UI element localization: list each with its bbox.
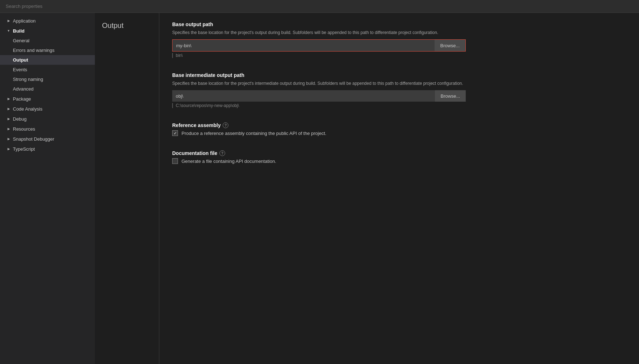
sidebar-item-label: Package [13,96,31,102]
sidebar-item-label: Strong naming [13,77,43,82]
chevron-right-icon [6,136,11,142]
documentation-file-help-icon[interactable]: ? [219,150,225,156]
documentation-file-section: Documentation file ? Generate a file con… [172,150,626,164]
reference-assembly-help-icon[interactable]: ? [223,122,228,128]
base-intermediate-input-row: Browse... [172,90,466,102]
sidebar-item-build-general[interactable]: General [0,36,95,45]
base-intermediate-section: Base intermediate output path Specifies … [172,72,626,108]
base-intermediate-hint: C:\source\repos\my-new-app\obj\ [172,103,626,108]
chevron-down-icon [6,28,11,34]
reference-assembly-checkbox-label: Produce a reference assembly containing … [181,131,326,136]
sidebar-item-label: Advanced [13,86,34,92]
sidebar-item-label: TypeScript [13,146,35,152]
sidebar-item-build[interactable]: Build [0,26,95,36]
sidebar-item-build-errors[interactable]: Errors and warnings [0,45,95,55]
sidebar-item-build-strongnaming[interactable]: Strong naming [0,74,95,84]
content-area: Output Base output path Specifies the ba… [95,13,639,364]
sidebar-item-label: Debug [13,116,26,122]
main-layout: Application Build General Errors and war… [0,13,639,364]
sidebar-item-application[interactable]: Application [0,16,95,26]
main-content: Base output path Specifies the base loca… [159,13,639,364]
base-output-section: Base output path Specifies the base loca… [172,21,626,58]
sidebar-item-label: Snapshot Debugger [13,136,54,142]
base-output-label: Base output path [172,21,626,27]
sidebar-item-build-advanced[interactable]: Advanced [0,84,95,94]
sidebar-item-label: Errors and warnings [13,48,54,53]
sidebar-item-build-output[interactable]: Output [0,55,95,65]
base-output-description: Specifies the base location for the proj… [172,29,466,36]
base-intermediate-label: Base intermediate output path [172,72,626,78]
section-title-panel: Output [95,13,159,364]
chevron-right-icon [6,96,11,102]
base-intermediate-input[interactable] [172,90,435,102]
chevron-right-icon [6,146,11,152]
sidebar-item-snapshot-debugger[interactable]: Snapshot Debugger [0,134,95,144]
reference-assembly-section: Reference assembly ? Produce a reference… [172,122,626,136]
base-intermediate-description: Specifies the base location for the proj… [172,80,466,87]
documentation-file-checkbox-row: Generate a file containing API documenta… [172,158,626,164]
documentation-file-label: Documentation file ? [172,150,626,156]
sidebar-item-code-analysis[interactable]: Code Analysis [0,104,95,114]
chevron-right-icon [6,106,11,112]
base-output-input[interactable] [173,40,435,51]
sidebar-item-build-events[interactable]: Events [0,65,95,74]
base-intermediate-browse-button[interactable]: Browse... [435,90,466,102]
sidebar: Application Build General Errors and war… [0,13,95,364]
sidebar-item-label: Output [13,57,28,63]
sidebar-item-label: General [13,38,29,43]
base-output-hint: bin\ [172,53,626,58]
sidebar-item-label: Build [13,28,25,34]
sidebar-item-debug[interactable]: Debug [0,114,95,124]
search-input[interactable] [6,4,633,9]
documentation-file-checkbox[interactable] [172,158,178,164]
chevron-right-icon [6,18,11,24]
sidebar-item-package[interactable]: Package [0,94,95,104]
sidebar-item-label: Code Analysis [13,106,42,112]
chevron-right-icon [6,126,11,132]
documentation-file-checkbox-label: Generate a file containing API documenta… [181,159,276,164]
base-output-browse-button[interactable]: Browse... [435,40,465,51]
chevron-right-icon [6,116,11,122]
sidebar-item-resources[interactable]: Resources [0,124,95,134]
search-bar [0,0,639,13]
section-title: Output [102,21,152,30]
base-output-input-row: Browse... [172,39,466,52]
reference-assembly-label: Reference assembly ? [172,122,626,128]
sidebar-item-label: Resources [13,126,35,132]
sidebar-item-label: Application [13,18,36,24]
sidebar-item-label: Events [13,67,27,72]
reference-assembly-checkbox-row: Produce a reference assembly containing … [172,130,626,136]
sidebar-item-typescript[interactable]: TypeScript [0,144,95,154]
reference-assembly-checkbox[interactable] [172,130,178,136]
